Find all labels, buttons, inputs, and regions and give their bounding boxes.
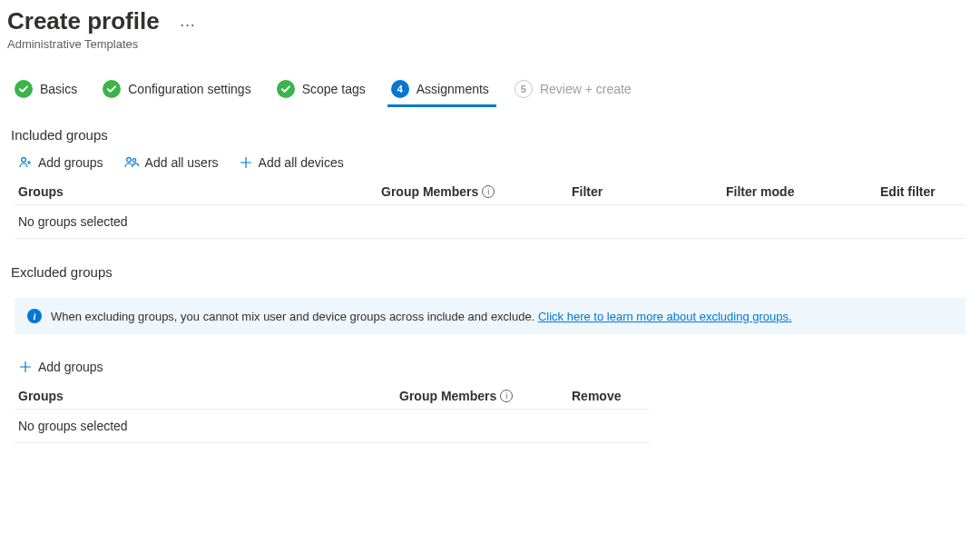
excluded-groups-section: Excluded groups i When excluding groups,… [0,257,980,443]
plus-icon [239,155,253,170]
step-assignments[interactable]: 4 Assignments [391,80,489,105]
svg-point-1 [126,158,131,163]
section-title-excluded: Excluded groups [0,257,980,285]
step-label: Review + create [540,82,632,96]
svg-point-0 [22,158,26,163]
page-title: Create profile [7,7,160,35]
included-table-header: Groups Group Members i Filter Filter mod… [0,179,980,204]
section-title-included: Included groups [0,120,980,148]
checkmark-icon [277,80,295,98]
excluded-table-header: Groups Group Members i Remove [0,383,662,409]
more-actions-icon[interactable]: … [180,12,198,31]
plus-icon [18,360,33,374]
step-label: Assignments [416,82,489,96]
page-subtitle: Administrative Templates [0,35,980,73]
add-all-users-button[interactable]: Add all users [123,155,219,170]
checkmark-icon [15,80,33,98]
svg-point-2 [132,159,136,163]
banner-text: When excluding groups, you cannot mix us… [51,310,792,323]
info-icon[interactable]: i [482,185,495,198]
excluded-toolbar: Add groups [0,352,980,383]
col-groups[interactable]: Groups [18,184,381,199]
col-label: Group Members [381,184,478,199]
divider [15,238,965,239]
step-label: Configuration settings [128,82,250,96]
col-filter[interactable]: Filter [572,184,726,199]
col-groups[interactable]: Groups [18,389,399,403]
step-label: Scope tags [302,82,366,96]
wizard-steps: Basics Configuration settings Scope tags… [0,73,980,111]
included-table: Groups Group Members i Filter Filter mod… [0,179,980,239]
col-group-members[interactable]: Group Members i [399,389,572,403]
col-edit-filter[interactable]: Edit filter [880,184,980,199]
info-icon: i [27,309,42,323]
step-configuration-settings[interactable]: Configuration settings [103,80,250,105]
col-label: Group Members [399,389,496,403]
step-review-create[interactable]: 5 Review + create [514,80,632,105]
step-scope-tags[interactable]: Scope tags [277,80,366,105]
excluded-info-banner: i When excluding groups, you cannot mix … [15,298,965,334]
step-label: Basics [40,82,77,96]
included-groups-section: Included groups Add groups Ad [0,120,980,239]
excluded-table: Groups Group Members i Remove No groups … [0,383,662,443]
add-groups-button[interactable]: Add groups [18,360,103,374]
step-basics[interactable]: Basics [15,80,77,105]
button-label: Add groups [38,155,103,170]
col-remove[interactable]: Remove [572,389,671,403]
add-all-devices-button[interactable]: Add all devices [239,155,344,170]
divider [15,442,650,443]
page-header: Create profile … [0,0,980,35]
excluded-empty-text: No groups selected [0,410,662,442]
person-plus-icon [18,155,33,170]
info-icon[interactable]: i [500,390,513,402]
checkmark-icon [103,80,121,98]
banner-learn-more-link[interactable]: Click here to learn more about excluding… [538,310,792,323]
step-number-icon: 4 [391,80,409,98]
col-filter-mode[interactable]: Filter mode [726,184,880,199]
banner-message: When excluding groups, you cannot mix us… [51,310,538,323]
button-label: Add all users [145,155,219,170]
button-label: Add groups [38,360,103,374]
col-group-members[interactable]: Group Members i [381,184,572,199]
button-label: Add all devices [259,155,344,170]
included-toolbar: Add groups Add all users Add all devices [0,148,980,179]
step-number-icon: 5 [514,80,533,98]
people-icon [123,155,140,170]
add-groups-button[interactable]: Add groups [18,155,103,170]
included-empty-text: No groups selected [0,205,980,238]
